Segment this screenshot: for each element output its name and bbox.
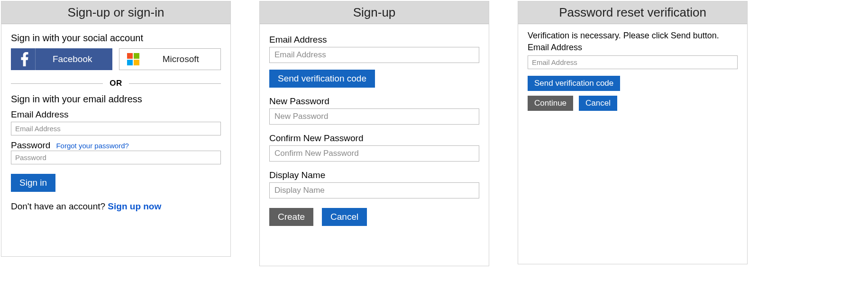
confirm-password-label: Confirm New Password — [269, 133, 479, 144]
signup-email-label: Email Address — [269, 35, 479, 45]
signup-panel: Sign-up Email Address Send verification … — [259, 1, 489, 266]
email-label: Email Address — [11, 109, 221, 120]
send-code-button[interactable]: Send verification code — [269, 70, 375, 88]
facebook-icon — [14, 48, 36, 70]
new-password-field[interactable] — [269, 108, 479, 125]
password-field[interactable] — [11, 151, 221, 164]
display-name-field[interactable] — [269, 182, 479, 198]
password-label: Password — [11, 140, 50, 151]
reset-message: Verification is necessary. Please click … — [528, 31, 738, 41]
or-divider: OR — [11, 79, 221, 88]
signup-title: Sign-up — [260, 1, 489, 24]
signup-cancel-button[interactable]: Cancel — [322, 208, 367, 226]
new-password-label: New Password — [269, 96, 479, 107]
confirm-password-field[interactable] — [269, 145, 479, 162]
reset-cancel-button[interactable]: Cancel — [579, 96, 617, 111]
reset-email-field[interactable] — [528, 55, 738, 69]
continue-button[interactable]: Continue — [528, 96, 573, 111]
reset-body: Verification is necessary. Please click … — [518, 24, 747, 119]
social-heading: Sign in with your social account — [11, 33, 221, 44]
signin-title: Sign-up or sign-in — [1, 1, 230, 24]
reset-panel: Password reset verification Verification… — [518, 1, 748, 264]
no-account-text: Don't have an account? Sign up now — [11, 201, 221, 212]
facebook-button[interactable]: Facebook — [11, 48, 112, 70]
email-field[interactable] — [11, 122, 221, 135]
create-button[interactable]: Create — [269, 208, 313, 226]
display-name-label: Display Name — [269, 170, 479, 180]
microsoft-button[interactable]: Microsoft — [119, 48, 221, 70]
signin-button[interactable]: Sign in — [11, 174, 55, 192]
microsoft-icon — [122, 49, 144, 70]
local-heading: Sign in with your email address — [11, 94, 221, 105]
signup-email-field[interactable] — [269, 47, 479, 63]
forgot-password-link[interactable]: Forgot your password? — [56, 142, 128, 150]
social-row: Facebook Microsoft — [11, 48, 221, 70]
signin-body: Sign in with your social account Faceboo… — [1, 24, 230, 220]
no-account-prefix: Don't have an account? — [11, 201, 108, 211]
signin-panel: Sign-up or sign-in Sign in with your soc… — [1, 1, 231, 257]
signup-now-link[interactable]: Sign up now — [108, 201, 161, 211]
reset-email-label: Email Address — [528, 43, 738, 53]
facebook-label: Facebook — [36, 54, 110, 64]
or-text: OR — [103, 79, 129, 88]
signup-body: Email Address Send verification code New… — [260, 24, 489, 234]
microsoft-label: Microsoft — [144, 54, 218, 64]
reset-send-code-button[interactable]: Send verification code — [528, 76, 620, 91]
reset-title: Password reset verification — [518, 1, 747, 24]
